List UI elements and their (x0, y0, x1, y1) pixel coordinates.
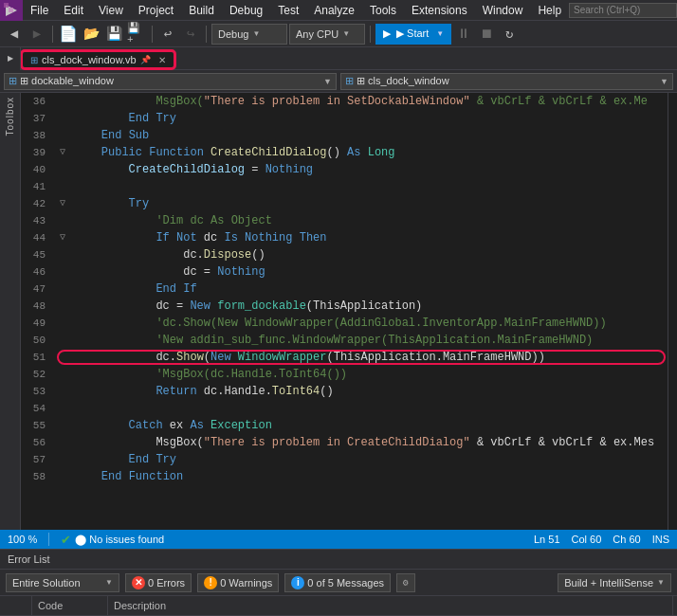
menu-extensions[interactable]: Extensions (404, 0, 475, 20)
class-dropdown[interactable]: ⊞ ⊞ dockable_window ▼ (4, 73, 337, 90)
menu-view[interactable]: View (91, 0, 131, 20)
code-lines: 36 MsgBox("There is problem in SetDockab… (21, 93, 668, 485)
error-toolbar: Entire Solution ▼ ✕ 0 Errors ! 0 Warning… (0, 570, 677, 596)
scope-dropdown[interactable]: Entire Solution ▼ (6, 573, 119, 592)
table-row: 36 MsgBox("There is problem in SetDockab… (21, 93, 668, 110)
table-row: 52 'MsgBox(dc.Handle.ToInt64()) (21, 366, 668, 383)
error-panel: Error List Entire Solution ▼ ✕ 0 Errors … (0, 549, 677, 616)
chevron-down-icon: ▼ (323, 77, 332, 86)
close-tab-button[interactable]: ✕ (158, 55, 166, 65)
insert-mode: INS (652, 534, 669, 545)
menu-file[interactable]: File (23, 0, 56, 20)
table-row: 44 ▽ If Not dc Is Nothing Then (21, 229, 668, 246)
table-row: 51 dc.Show(New WindowWrapper(ThisApplica… (21, 349, 668, 366)
play-icon: ▶ (383, 27, 391, 40)
table-row: 54 (21, 400, 668, 417)
forward-button[interactable]: ▶ (27, 24, 47, 45)
errors-badge[interactable]: ✕ 0 Errors (125, 573, 192, 592)
warning-icon: ! (204, 576, 217, 589)
menu-items: File Edit View Project Build Debug Test … (23, 0, 569, 20)
menu-window[interactable]: Window (475, 0, 531, 20)
table-row: 38 End Sub (21, 127, 668, 144)
toolbox-panel[interactable]: Toolbox (0, 93, 21, 530)
table-row: 42 ▽ Try (21, 195, 668, 212)
col-description: Description (108, 596, 673, 615)
table-row: 46 dc = Nothing (21, 263, 668, 281)
back-button[interactable]: ◀ (4, 24, 25, 45)
menu-bar: File Edit View Project Build Debug Test … (0, 0, 677, 21)
start-button[interactable]: ▶ ▶ Start ▼ (375, 24, 451, 45)
svg-rect-1 (4, 3, 9, 8)
toolbar: ◀ ▶ 📄 📂 💾 💾+ ↩ ↪ Debug ▼ Any CPU ▼ ▶ ▶ S… (0, 21, 677, 47)
line-number: Ln 51 (534, 534, 560, 545)
table-row: 37 End Try (21, 110, 668, 127)
chevron-down-icon: ▼ (436, 29, 444, 38)
member-dropdown[interactable]: ⊞ ⊞ cls_dock_window ▼ (340, 73, 673, 90)
table-row: 40 CreateChildDialog = Nothing (21, 161, 668, 178)
build-dropdown[interactable]: Build + IntelliSense ▼ (558, 573, 671, 592)
search-box[interactable]: Search (Ctrl+Q) (569, 3, 677, 18)
pause-button[interactable]: ⏸ (453, 24, 474, 45)
table-row: 55 Catch ex As Exception (21, 417, 668, 434)
platform-dropdown[interactable]: Any CPU ▼ (289, 24, 365, 45)
table-row: 45 dc.Dispose() (21, 246, 668, 263)
restart-button[interactable]: ↻ (499, 24, 520, 45)
menu-tools[interactable]: Tools (362, 0, 404, 20)
table-row: 39 ▽ Public Function CreateChildDialog()… (21, 144, 668, 161)
check-icon: ✔ (61, 533, 71, 547)
vertical-scrollbar[interactable] (668, 93, 677, 530)
table-row: 47 End If (21, 281, 668, 298)
table-row: 43 'Dim dc As Object (21, 212, 668, 229)
app-logo (0, 0, 23, 21)
redo-button[interactable]: ↪ (180, 24, 201, 45)
svg-rect-2 (9, 8, 13, 12)
menu-help[interactable]: Help (530, 0, 569, 20)
toolbox-label: Toolbox (5, 97, 15, 136)
editor-area: 36 MsgBox("There is problem in SetDockab… (21, 93, 677, 530)
col-code: Code (32, 596, 108, 615)
table-row: 48 dc = New form_dockable(ThisApplicatio… (21, 298, 668, 315)
file-tab-cls-dock-window[interactable]: ⊞ cls_dock_window.vb 📌 ✕ (21, 50, 175, 69)
table-row: 57 End Try (21, 451, 668, 468)
table-row: 49 'dc.Show(New WindowWrapper(AddinGloba… (21, 315, 668, 332)
messages-badge[interactable]: i 0 of 5 Messages (284, 573, 391, 592)
new-file-button[interactable]: 📄 (58, 24, 79, 45)
stop-button[interactable]: ⏹ (476, 24, 497, 45)
status-bar: 100 % ✔ ⬤ No issues found Ln 51 Col 60 C… (0, 530, 677, 549)
toolbar-separator-2 (152, 26, 153, 43)
member-icon: ⊞ (345, 75, 354, 87)
debug-config-dropdown[interactable]: Debug ▼ (211, 24, 287, 45)
toolbar-separator-3 (206, 26, 207, 43)
info-icon: i (291, 576, 304, 589)
filter-button[interactable]: ⚙ (396, 573, 415, 592)
table-row: 53 Return dc.Handle.ToInt64() (21, 383, 668, 400)
menu-build[interactable]: Build (181, 0, 222, 20)
chevron-down-icon: ▼ (105, 578, 113, 587)
menu-project[interactable]: Project (131, 0, 181, 20)
class-icon: ⊞ (9, 75, 17, 87)
toolbox-toggle[interactable]: ▶ (0, 47, 21, 70)
undo-button[interactable]: ↩ (157, 24, 178, 45)
menu-test[interactable]: Test (270, 0, 306, 20)
warnings-badge[interactable]: ! 0 Warnings (197, 573, 279, 592)
column-number: Col 60 (572, 534, 602, 545)
pin-button[interactable]: 📌 (140, 55, 151, 64)
save-button[interactable]: 💾 (103, 24, 124, 45)
menu-debug[interactable]: Debug (222, 0, 270, 20)
chevron-down-icon: ▼ (342, 29, 350, 38)
chevron-down-icon: ▼ (660, 77, 668, 86)
char-number: Ch 60 (613, 534, 640, 545)
menu-analyze[interactable]: Analyze (306, 0, 362, 20)
code-editor[interactable]: 36 MsgBox("There is problem in SetDockab… (21, 93, 668, 530)
vb-file-icon: ⊞ (30, 55, 38, 65)
table-row: 41 (21, 178, 668, 195)
menu-edit[interactable]: Edit (56, 0, 91, 20)
toolbar-separator-1 (52, 26, 53, 43)
save-all-button[interactable]: 💾+ (126, 24, 147, 45)
main-content: Toolbox 36 MsgBox("There is problem in S… (0, 93, 677, 530)
tab-row: ▶ ⊞ cls_dock_window.vb 📌 ✕ (0, 47, 677, 70)
chevron-down-icon: ▼ (252, 29, 260, 38)
error-table-header: Code Description (0, 596, 677, 616)
open-button[interactable]: 📂 (81, 24, 101, 45)
issues-status[interactable]: ✔ ⬤ No issues found (61, 533, 164, 547)
